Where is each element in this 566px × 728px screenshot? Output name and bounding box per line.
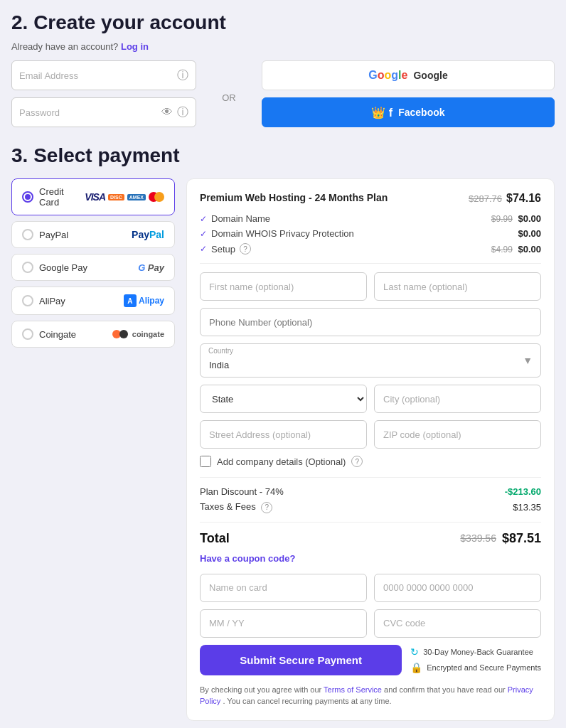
radio-coingate[interactable] xyxy=(22,328,33,340)
facebook-login-button[interactable]: 👑 f Facebook xyxy=(262,97,555,127)
google-login-button[interactable]: Google Google xyxy=(262,60,555,90)
paypal-label: PayPal xyxy=(39,230,68,240)
secure-text: Encrypted and Secure Payments xyxy=(427,663,541,672)
login-link[interactable]: Log in xyxy=(121,41,149,52)
address-zip-row xyxy=(200,420,541,449)
taxes-label: Taxes & Fees ? xyxy=(200,501,272,513)
help-icon-password[interactable]: ⓘ xyxy=(177,105,188,120)
company-checkbox[interactable] xyxy=(200,456,211,467)
state-city-row: State xyxy=(200,385,541,413)
facebook-icon: 👑 f xyxy=(371,106,393,119)
facebook-label: Facebook xyxy=(398,107,444,118)
submit-row: Submit Secure Payment ↻ 30-Day Money-Bac… xyxy=(200,645,541,675)
total-line: Total $339.56 $87.51 xyxy=(200,531,541,546)
order-item-domain: ✓ Domain Name $9.99 $0.00 xyxy=(200,213,541,224)
order-item-setup: ✓ Setup ? $4.99 $0.00 xyxy=(200,243,541,255)
account-title: 2. Create your account xyxy=(11,11,555,34)
lock-icon: 🔒 xyxy=(410,662,422,673)
alipay-logo: A Alipay xyxy=(124,294,164,307)
amex-logo: AMEX xyxy=(127,194,146,200)
payment-method-google-pay[interactable]: Google Pay G Pay xyxy=(11,254,175,281)
card-form xyxy=(200,574,541,638)
city-input[interactable] xyxy=(374,385,541,413)
total-current-price: $87.51 xyxy=(502,531,541,546)
card-number-field xyxy=(374,574,541,602)
company-info-icon[interactable]: ? xyxy=(351,456,363,467)
plan-price-group: $287.76 $74.16 xyxy=(469,192,541,205)
help-icon[interactable]: ⓘ xyxy=(177,68,188,83)
check-icon-whois: ✓ xyxy=(200,229,207,239)
radio-alipay[interactable] xyxy=(22,295,33,306)
mastercard-logo xyxy=(149,192,164,202)
card-name-input[interactable] xyxy=(200,574,367,602)
coupon-link[interactable]: Have a coupon code? xyxy=(200,553,541,564)
paypal-logo: PayPal xyxy=(132,229,164,240)
card-expiry-input[interactable] xyxy=(200,609,367,638)
payment-method-alipay[interactable]: AliPay A Alipay xyxy=(11,287,175,315)
order-header: Premium Web Hosting - 24 Months Plan $28… xyxy=(200,192,541,205)
zip-input[interactable] xyxy=(374,420,541,449)
card-number-input[interactable] xyxy=(374,574,541,602)
domain-free-price: $0.00 xyxy=(518,213,541,224)
domain-orig-price: $9.99 xyxy=(491,214,513,224)
state-field: State xyxy=(200,385,367,413)
payment-title: 3. Select payment xyxy=(11,144,555,167)
moneyback-badge: ↻ 30-Day Money-Back Guarantee xyxy=(410,646,541,658)
plan-original-price: $287.76 xyxy=(469,193,502,204)
google-pay-label: Google Pay xyxy=(39,262,87,273)
taxes-info-icon[interactable]: ? xyxy=(261,502,272,513)
eye-icon[interactable]: 👁 xyxy=(161,106,173,119)
phone-field xyxy=(200,308,541,336)
last-name-input[interactable] xyxy=(374,272,541,301)
state-select[interactable]: State xyxy=(200,385,367,413)
phone-input[interactable] xyxy=(200,308,541,336)
card-cvc-input[interactable] xyxy=(374,609,541,638)
or-divider: OR xyxy=(208,85,250,103)
street-input[interactable] xyxy=(200,420,367,449)
account-credentials: ⓘ 👁 ⓘ xyxy=(11,60,196,127)
password-field[interactable] xyxy=(19,107,161,118)
secure-badge: 🔒 Encrypted and Secure Payments xyxy=(410,662,541,673)
first-name-input[interactable] xyxy=(200,272,367,301)
setup-info-icon[interactable]: ? xyxy=(240,243,251,255)
setup-orig-price: $4.99 xyxy=(491,245,513,255)
payment-methods-list: Credit Card VISA DISC AMEX PayPal PayPal xyxy=(11,178,175,348)
payment-method-credit-card[interactable]: Credit Card VISA DISC AMEX xyxy=(11,178,175,215)
check-icon-domain: ✓ xyxy=(200,214,207,224)
last-name-field xyxy=(374,272,541,301)
country-field: Country India ▼ xyxy=(200,343,541,378)
email-field[interactable] xyxy=(19,70,177,81)
plan-name: Premium Web Hosting - 24 Months Plan xyxy=(200,192,388,203)
account-section: 2. Create your account Already have an a… xyxy=(11,11,555,127)
already-account-text: Already have an account? Log in xyxy=(11,41,555,52)
discount-value: -$213.60 xyxy=(505,486,541,497)
radio-google-pay[interactable] xyxy=(22,262,33,273)
total-original-price: $339.56 xyxy=(460,532,496,544)
total-prices: $339.56 $87.51 xyxy=(460,531,541,546)
terms-text: By checking out you agree with our Terms… xyxy=(200,684,541,707)
card-expiry-cvc-row xyxy=(200,609,541,638)
terms-of-service-link[interactable]: Terms of Service xyxy=(324,685,382,694)
submit-payment-button[interactable]: Submit Secure Payment xyxy=(200,645,402,675)
total-label: Total xyxy=(200,531,230,546)
payment-layout: Credit Card VISA DISC AMEX PayPal PayPal xyxy=(11,178,555,721)
google-pay-logo: G Pay xyxy=(138,262,164,273)
country-select[interactable]: India xyxy=(200,343,541,378)
radio-paypal[interactable] xyxy=(22,229,33,240)
order-item-whois: ✓ Domain WHOIS Privacy Protection $0.00 xyxy=(200,228,541,239)
taxes-line: Taxes & Fees ? $13.35 xyxy=(200,501,541,513)
payment-method-paypal[interactable]: PayPal PayPal xyxy=(11,221,175,248)
card-expiry-field xyxy=(200,609,367,638)
payment-method-coingate[interactable]: Coingate coingate xyxy=(11,321,175,348)
radio-credit-card[interactable] xyxy=(22,191,33,203)
whois-free-price: $0.00 xyxy=(518,228,541,239)
account-form-row: ⓘ 👁 ⓘ OR Google Google 👑 f Facebook xyxy=(11,60,555,127)
moneyback-icon: ↻ xyxy=(410,646,419,658)
discount-label: Plan Discount - 74% xyxy=(200,486,284,497)
check-icon-setup: ✓ xyxy=(200,244,207,254)
discover-logo: DISC xyxy=(108,194,124,200)
coingate-logo: coingate xyxy=(112,330,164,338)
divider-2 xyxy=(200,477,541,478)
visa-logo: VISA xyxy=(85,191,105,203)
street-field xyxy=(200,420,367,449)
